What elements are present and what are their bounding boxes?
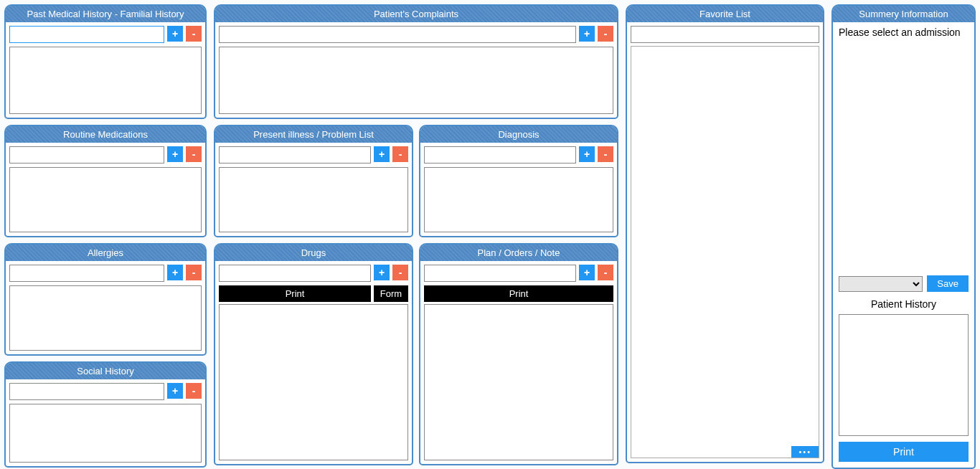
panel-header-drugs: Drugs <box>215 245 412 261</box>
column-1: Past Medical History - Familial History … <box>4 4 207 469</box>
plan-add-button[interactable]: + <box>579 265 595 280</box>
panel-favorite-list: Favorite List ••• <box>626 4 824 463</box>
panel-header-routine: Routine Medications <box>6 126 205 143</box>
panel-header-illness: Present illness / Problem List <box>215 126 412 143</box>
panel-complaints: Patient's Complaints + - <box>214 4 618 119</box>
patient-history-label: Patient History <box>833 295 974 313</box>
patient-history-area[interactable] <box>839 314 969 436</box>
diagnosis-list[interactable] <box>424 167 613 232</box>
panel-header-complaints: Patient's Complaints <box>215 6 617 22</box>
social-remove-button[interactable]: - <box>186 383 202 399</box>
summary-print-button[interactable]: Print <box>839 442 969 462</box>
pmh-add-button[interactable]: + <box>167 26 183 42</box>
routine-add-button[interactable]: + <box>167 146 183 162</box>
save-button[interactable]: Save <box>927 275 969 292</box>
social-list[interactable] <box>9 404 202 463</box>
plan-list[interactable] <box>424 304 613 460</box>
panel-summary: Summery Information Please select an adm… <box>831 4 976 469</box>
panel-header-social: Social History <box>6 363 205 379</box>
favorite-list[interactable]: ••• <box>631 46 819 458</box>
panel-present-illness: Present illness / Problem List + - <box>214 125 413 237</box>
illness-list[interactable] <box>219 167 408 232</box>
column-4: Summery Information Please select an adm… <box>831 4 976 469</box>
panel-allergies: Allergies + - <box>4 243 207 356</box>
panel-plan-orders-note: Plan / Orders / Note + - Print <box>419 243 618 465</box>
panel-routine-medications: Routine Medications + - <box>4 125 207 237</box>
column-3: Favorite List ••• <box>626 4 824 469</box>
complaints-list[interactable] <box>219 47 613 114</box>
panel-header-summary: Summery Information <box>833 6 974 22</box>
pmh-remove-button[interactable]: - <box>186 26 202 42</box>
pmh-list[interactable] <box>9 47 202 114</box>
illness-add-button[interactable]: + <box>374 146 390 162</box>
drugs-input[interactable] <box>219 265 371 282</box>
drugs-list[interactable] <box>219 304 408 460</box>
panel-header-allergies: Allergies <box>6 245 205 261</box>
social-input[interactable] <box>9 383 164 400</box>
diagnosis-remove-button[interactable]: - <box>598 146 613 162</box>
allergies-add-button[interactable]: + <box>167 265 183 280</box>
favorite-input[interactable] <box>631 26 819 43</box>
summary-select[interactable] <box>839 276 923 292</box>
panel-header-plan: Plan / Orders / Note <box>420 245 617 261</box>
illness-input[interactable] <box>219 146 371 164</box>
drugs-add-button[interactable]: + <box>374 265 390 280</box>
drugs-print-button[interactable]: Print <box>219 285 371 302</box>
panel-diagnosis: Diagnosis + - <box>419 125 618 237</box>
complaints-add-button[interactable]: + <box>579 26 595 42</box>
plan-remove-button[interactable]: - <box>598 265 613 280</box>
allergies-list[interactable] <box>9 285 202 351</box>
plan-print-button[interactable]: Print <box>424 285 613 302</box>
panel-social-history: Social History + - <box>4 361 207 468</box>
pmh-input[interactable] <box>9 26 164 43</box>
summary-message: Please select an admission <box>833 22 974 42</box>
social-add-button[interactable]: + <box>167 383 183 399</box>
diagnosis-input[interactable] <box>424 146 576 164</box>
complaints-remove-button[interactable]: - <box>598 26 613 42</box>
panel-drugs: Drugs + - Print Form <box>214 243 413 465</box>
diagnosis-add-button[interactable]: + <box>579 146 595 162</box>
column-2: Patient's Complaints + - Present illness… <box>214 4 618 469</box>
illness-remove-button[interactable]: - <box>392 146 408 162</box>
panel-header-diagnosis: Diagnosis <box>420 126 617 143</box>
panel-header-pmh: Past Medical History - Familial History <box>6 6 205 22</box>
panel-header-favorite: Favorite List <box>627 6 823 22</box>
panel-past-medical-history: Past Medical History - Familial History … <box>4 4 207 119</box>
routine-list[interactable] <box>9 167 202 232</box>
allergies-input[interactable] <box>9 265 164 282</box>
allergies-remove-button[interactable]: - <box>186 265 202 280</box>
favorite-more-button[interactable]: ••• <box>791 446 819 458</box>
plan-input[interactable] <box>424 265 576 282</box>
complaints-input[interactable] <box>219 26 576 43</box>
routine-input[interactable] <box>9 146 164 164</box>
routine-remove-button[interactable]: - <box>186 146 202 162</box>
drugs-form-button[interactable]: Form <box>374 285 408 302</box>
main-wrapper: Past Medical History - Familial History … <box>0 0 980 469</box>
drugs-remove-button[interactable]: - <box>392 265 408 280</box>
